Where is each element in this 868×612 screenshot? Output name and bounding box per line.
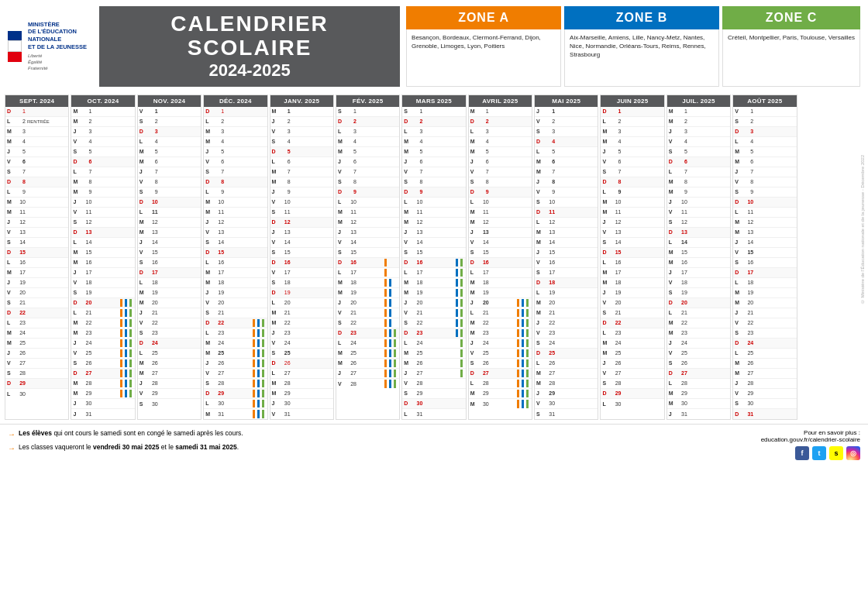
day-number: 2: [147, 119, 158, 124]
day-letter: D: [338, 119, 346, 124]
day-letter: M: [602, 340, 610, 346]
day-number: 24: [346, 340, 356, 346]
day-row: J24: [667, 339, 730, 349]
day-row: V23: [535, 328, 598, 339]
day-number: 10: [610, 199, 621, 205]
day-row: D1: [601, 107, 663, 117]
facebook-icon[interactable]: f: [795, 446, 809, 460]
day-row: S17: [535, 268, 598, 278]
day-letter: S: [669, 290, 677, 295]
day-letter: M: [7, 139, 15, 144]
day-row: M10: [601, 198, 663, 208]
day-row: D30: [402, 399, 465, 409]
day-letter: V: [338, 310, 346, 315]
day-row: M4: [402, 137, 465, 147]
day-row: L11: [138, 208, 201, 218]
zone-c-bar-icon: [526, 400, 529, 408]
day-letter: M: [338, 280, 346, 285]
day-letter: S: [338, 320, 346, 325]
day-letter: J: [536, 320, 544, 325]
day-number: 13: [544, 229, 555, 235]
day-row: V29: [733, 389, 796, 399]
day-number: 15: [280, 249, 291, 255]
day-row: J6: [469, 157, 532, 167]
day-number: 21: [280, 310, 291, 315]
day-row: V24: [270, 339, 333, 349]
footer-note-2: → Les classes vaqueront le vendredi 30 m…: [8, 443, 746, 454]
day-row: J20: [402, 298, 465, 308]
day-number: 4: [15, 139, 26, 144]
day-letter: L: [470, 129, 478, 134]
day-row: V22: [733, 318, 796, 328]
zone-b-bar-icon: [522, 400, 524, 408]
month-header-0: SEPT. 2024: [5, 95, 68, 107]
day-letter: D: [73, 159, 81, 164]
day-number: 22: [213, 320, 224, 325]
zone-c-bar-icon: [394, 339, 396, 347]
day-letter: L: [602, 260, 610, 265]
day-letter: M: [470, 209, 478, 215]
day-letter: M: [669, 179, 677, 184]
day-row: J10: [667, 198, 730, 208]
day-row: V22: [138, 318, 201, 328]
day-letter: J: [73, 199, 81, 205]
day-number: 3: [280, 129, 291, 134]
day-row: J31: [71, 409, 134, 419]
day-number: 5: [15, 149, 26, 154]
day-letter: D: [404, 189, 412, 194]
day-letter: V: [7, 159, 15, 164]
day-letter: V: [140, 108, 147, 114]
zone-a-cities: Besançon, Bordeaux, Clermont-Ferrand, Di…: [406, 29, 561, 87]
zone-c-bar-icon: [129, 329, 132, 337]
zone-c-bar-icon: [262, 390, 264, 397]
day-number: 19: [478, 290, 489, 295]
day-number: 26: [544, 360, 555, 366]
month-header-3: DÉC. 2024: [204, 95, 267, 107]
zone-c-bar-icon: [394, 359, 396, 367]
instagram-icon[interactable]: ◎: [846, 446, 860, 460]
day-number: 10: [478, 199, 489, 205]
day-letter: M: [272, 380, 280, 386]
month-header-4: JANV. 2025: [270, 95, 333, 107]
day-letter: S: [73, 360, 81, 366]
day-number: 31: [280, 411, 291, 417]
day-number: 14: [280, 239, 291, 245]
day-letter: L: [669, 169, 677, 174]
month-header-1: OCT. 2024: [71, 95, 134, 107]
day-number: 23: [412, 330, 422, 335]
zone-b-bar-icon: [522, 349, 524, 357]
zone-c-bar-icon: [262, 339, 264, 347]
zone-a-bar-icon: [384, 359, 387, 367]
day-number: 9: [346, 189, 356, 194]
day-letter: D: [536, 280, 544, 285]
day-number: 4: [412, 139, 422, 144]
day-letter: D: [735, 199, 742, 205]
day-number: 9: [147, 189, 158, 194]
snapchat-icon[interactable]: s: [829, 446, 843, 460]
day-number: 6: [81, 159, 91, 164]
day-letter: D: [272, 290, 280, 295]
day-row: M13: [733, 228, 796, 238]
day-letter: V: [602, 370, 610, 376]
day-row: D31: [733, 409, 796, 419]
day-letter: L: [272, 300, 280, 305]
day-number: 25: [147, 350, 158, 356]
day-letter: J: [7, 219, 15, 225]
day-row: J13: [336, 228, 399, 238]
day-letter: V: [404, 169, 412, 174]
day-number: 5: [610, 149, 621, 154]
day-letter: J: [272, 119, 280, 124]
day-number: 8: [677, 179, 687, 184]
day-letter: D: [7, 380, 15, 386]
day-number: 20: [742, 300, 753, 305]
day-number: 21: [544, 310, 555, 315]
day-letter: M: [536, 380, 544, 386]
twitter-icon[interactable]: t: [812, 446, 826, 460]
day-number: 13: [147, 229, 158, 235]
day-number: 1: [412, 108, 422, 114]
day-letter: D: [669, 300, 677, 305]
day-letter: M: [73, 390, 81, 396]
day-number: 17: [742, 270, 753, 275]
day-letter: V: [404, 310, 412, 315]
day-letter: V: [205, 229, 213, 235]
